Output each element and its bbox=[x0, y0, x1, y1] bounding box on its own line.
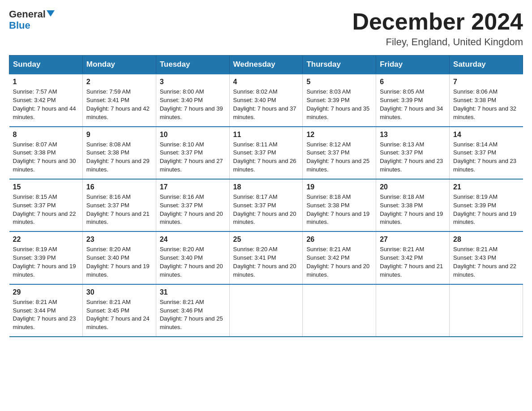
day-info: Sunrise: 8:16 AM Sunset: 3:37 PM Dayligh… bbox=[160, 193, 226, 227]
logo-text-general: General bbox=[9, 9, 46, 20]
calendar-day-cell: 2 Sunrise: 7:59 AM Sunset: 3:41 PM Dayli… bbox=[82, 74, 156, 126]
day-info: Sunrise: 8:19 AM Sunset: 3:39 PM Dayligh… bbox=[453, 193, 519, 227]
day-number: 23 bbox=[86, 235, 152, 244]
day-number: 13 bbox=[380, 131, 446, 139]
day-number: 18 bbox=[233, 183, 299, 191]
column-header-sunday: Sunday bbox=[9, 56, 83, 74]
day-number: 26 bbox=[306, 235, 372, 244]
day-number: 2 bbox=[86, 78, 152, 86]
day-info: Sunrise: 7:59 AM Sunset: 3:41 PM Dayligh… bbox=[86, 88, 152, 121]
calendar-day-cell: 29 Sunrise: 8:21 AM Sunset: 3:44 PM Dayl… bbox=[9, 284, 83, 337]
day-info: Sunrise: 8:21 AM Sunset: 3:43 PM Dayligh… bbox=[453, 245, 519, 279]
calendar-day-cell: 12 Sunrise: 8:12 AM Sunset: 3:37 PM Dayl… bbox=[303, 127, 376, 179]
calendar-day-cell: 21 Sunrise: 8:19 AM Sunset: 3:39 PM Dayl… bbox=[450, 179, 523, 231]
calendar-day-cell: 16 Sunrise: 8:16 AM Sunset: 3:37 PM Dayl… bbox=[82, 179, 156, 231]
calendar-week-row: 22 Sunrise: 8:19 AM Sunset: 3:39 PM Dayl… bbox=[9, 231, 523, 284]
calendar-header-row: SundayMondayTuesdayWednesdayThursdayFrid… bbox=[9, 56, 523, 74]
calendar-day-cell: 28 Sunrise: 8:21 AM Sunset: 3:43 PM Dayl… bbox=[450, 231, 523, 284]
page-header: General Blue December 2024 Filey, Englan… bbox=[9, 9, 523, 48]
day-number: 10 bbox=[160, 131, 226, 139]
calendar-day-cell: 9 Sunrise: 8:08 AM Sunset: 3:38 PM Dayli… bbox=[82, 127, 156, 179]
calendar-day-cell: 20 Sunrise: 8:18 AM Sunset: 3:38 PM Dayl… bbox=[376, 179, 450, 231]
day-number: 21 bbox=[453, 183, 519, 191]
day-number: 3 bbox=[160, 78, 226, 86]
day-info: Sunrise: 8:17 AM Sunset: 3:37 PM Dayligh… bbox=[233, 193, 299, 227]
calendar-day-cell: 26 Sunrise: 8:21 AM Sunset: 3:42 PM Dayl… bbox=[303, 231, 376, 284]
day-number: 8 bbox=[13, 131, 79, 139]
calendar-day-cell: 6 Sunrise: 8:05 AM Sunset: 3:39 PM Dayli… bbox=[376, 74, 450, 126]
day-number: 27 bbox=[380, 235, 446, 244]
day-number: 4 bbox=[233, 78, 299, 86]
day-number: 15 bbox=[13, 183, 79, 191]
calendar-day-cell bbox=[376, 284, 450, 337]
day-number: 16 bbox=[86, 183, 152, 191]
calendar-day-cell: 13 Sunrise: 8:13 AM Sunset: 3:37 PM Dayl… bbox=[376, 127, 450, 179]
calendar-day-cell: 14 Sunrise: 8:14 AM Sunset: 3:37 PM Dayl… bbox=[450, 127, 523, 179]
calendar-day-cell: 30 Sunrise: 8:21 AM Sunset: 3:45 PM Dayl… bbox=[82, 284, 156, 337]
column-header-thursday: Thursday bbox=[303, 56, 376, 74]
calendar-day-cell: 22 Sunrise: 8:19 AM Sunset: 3:39 PM Dayl… bbox=[9, 231, 83, 284]
calendar-day-cell: 25 Sunrise: 8:20 AM Sunset: 3:41 PM Dayl… bbox=[229, 231, 303, 284]
day-info: Sunrise: 8:14 AM Sunset: 3:37 PM Dayligh… bbox=[453, 141, 519, 174]
calendar-week-row: 1 Sunrise: 7:57 AM Sunset: 3:42 PM Dayli… bbox=[9, 74, 523, 126]
day-info: Sunrise: 8:21 AM Sunset: 3:45 PM Dayligh… bbox=[86, 298, 152, 332]
column-header-saturday: Saturday bbox=[450, 56, 523, 74]
day-info: Sunrise: 8:20 AM Sunset: 3:41 PM Dayligh… bbox=[233, 245, 299, 279]
day-info: Sunrise: 8:21 AM Sunset: 3:44 PM Dayligh… bbox=[13, 298, 79, 332]
day-number: 14 bbox=[453, 131, 519, 139]
day-number: 25 bbox=[233, 235, 299, 244]
day-info: Sunrise: 8:11 AM Sunset: 3:37 PM Dayligh… bbox=[233, 141, 299, 174]
day-info: Sunrise: 8:03 AM Sunset: 3:39 PM Dayligh… bbox=[306, 88, 372, 121]
calendar-day-cell: 24 Sunrise: 8:20 AM Sunset: 3:40 PM Dayl… bbox=[156, 231, 229, 284]
day-number: 30 bbox=[86, 288, 152, 296]
calendar-day-cell: 23 Sunrise: 8:20 AM Sunset: 3:40 PM Dayl… bbox=[82, 231, 156, 284]
day-number: 17 bbox=[160, 183, 226, 191]
day-number: 19 bbox=[306, 183, 372, 191]
calendar-day-cell: 5 Sunrise: 8:03 AM Sunset: 3:39 PM Dayli… bbox=[303, 74, 376, 126]
calendar-day-cell bbox=[450, 284, 523, 337]
calendar-day-cell: 11 Sunrise: 8:11 AM Sunset: 3:37 PM Dayl… bbox=[229, 127, 303, 179]
calendar-body: 1 Sunrise: 7:57 AM Sunset: 3:42 PM Dayli… bbox=[9, 74, 523, 337]
column-header-friday: Friday bbox=[376, 56, 450, 74]
day-number: 7 bbox=[453, 78, 519, 86]
day-number: 22 bbox=[13, 235, 79, 244]
calendar-day-cell: 19 Sunrise: 8:18 AM Sunset: 3:38 PM Dayl… bbox=[303, 179, 376, 231]
day-info: Sunrise: 7:57 AM Sunset: 3:42 PM Dayligh… bbox=[13, 88, 79, 121]
calendar-day-cell bbox=[229, 284, 303, 337]
column-header-monday: Monday bbox=[82, 56, 156, 74]
column-header-wednesday: Wednesday bbox=[229, 56, 303, 74]
calendar-day-cell: 10 Sunrise: 8:10 AM Sunset: 3:37 PM Dayl… bbox=[156, 127, 229, 179]
calendar-day-cell: 27 Sunrise: 8:21 AM Sunset: 3:42 PM Dayl… bbox=[376, 231, 450, 284]
calendar-day-cell bbox=[303, 284, 376, 337]
calendar-day-cell: 4 Sunrise: 8:02 AM Sunset: 3:40 PM Dayli… bbox=[229, 74, 303, 126]
day-number: 6 bbox=[380, 78, 446, 86]
day-info: Sunrise: 8:05 AM Sunset: 3:39 PM Dayligh… bbox=[380, 88, 446, 121]
day-number: 11 bbox=[233, 131, 299, 139]
title-block: December 2024 Filey, England, United Kin… bbox=[352, 9, 523, 48]
day-number: 28 bbox=[453, 235, 519, 244]
day-info: Sunrise: 8:21 AM Sunset: 3:42 PM Dayligh… bbox=[380, 245, 446, 279]
day-info: Sunrise: 8:07 AM Sunset: 3:38 PM Dayligh… bbox=[13, 141, 79, 174]
day-info: Sunrise: 8:00 AM Sunset: 3:40 PM Dayligh… bbox=[160, 88, 226, 121]
day-number: 24 bbox=[160, 235, 226, 244]
calendar-day-cell: 18 Sunrise: 8:17 AM Sunset: 3:37 PM Dayl… bbox=[229, 179, 303, 231]
day-number: 5 bbox=[306, 78, 372, 86]
day-number: 1 bbox=[13, 78, 79, 86]
day-info: Sunrise: 8:02 AM Sunset: 3:40 PM Dayligh… bbox=[233, 88, 299, 121]
calendar-day-cell: 31 Sunrise: 8:21 AM Sunset: 3:46 PM Dayl… bbox=[156, 284, 229, 337]
day-info: Sunrise: 8:21 AM Sunset: 3:46 PM Dayligh… bbox=[160, 298, 226, 332]
day-info: Sunrise: 8:20 AM Sunset: 3:40 PM Dayligh… bbox=[160, 245, 226, 279]
day-info: Sunrise: 8:12 AM Sunset: 3:37 PM Dayligh… bbox=[306, 141, 372, 174]
day-info: Sunrise: 8:10 AM Sunset: 3:37 PM Dayligh… bbox=[160, 141, 226, 174]
day-number: 12 bbox=[306, 131, 372, 139]
calendar-week-row: 15 Sunrise: 8:15 AM Sunset: 3:37 PM Dayl… bbox=[9, 179, 523, 231]
day-info: Sunrise: 8:19 AM Sunset: 3:39 PM Dayligh… bbox=[13, 245, 79, 279]
calendar-day-cell: 1 Sunrise: 7:57 AM Sunset: 3:42 PM Dayli… bbox=[9, 74, 83, 126]
day-info: Sunrise: 8:06 AM Sunset: 3:38 PM Dayligh… bbox=[453, 88, 519, 121]
calendar-day-cell: 15 Sunrise: 8:15 AM Sunset: 3:37 PM Dayl… bbox=[9, 179, 83, 231]
day-info: Sunrise: 8:16 AM Sunset: 3:37 PM Dayligh… bbox=[86, 193, 152, 227]
calendar-week-row: 8 Sunrise: 8:07 AM Sunset: 3:38 PM Dayli… bbox=[9, 127, 523, 179]
logo-triangle-icon bbox=[47, 10, 55, 17]
day-number: 29 bbox=[13, 288, 79, 296]
calendar-day-cell: 3 Sunrise: 8:00 AM Sunset: 3:40 PM Dayli… bbox=[156, 74, 229, 126]
